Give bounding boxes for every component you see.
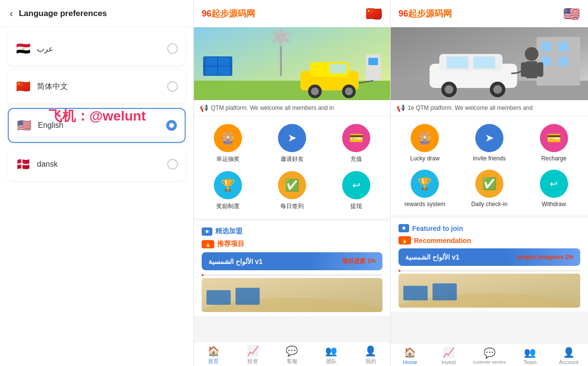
- middle-icon-invite[interactable]: ➤ 邀请好友: [262, 124, 322, 163]
- right-icon-rewards[interactable]: 🏆 rewards system: [395, 170, 455, 208]
- english-radio[interactable]: [166, 120, 177, 131]
- lang-item-chinese[interactable]: 🇨🇳 简体中文: [8, 70, 186, 103]
- lang-item-danish[interactable]: 🇩🇰 dansk: [8, 148, 186, 181]
- danish-radio[interactable]: [167, 159, 178, 170]
- back-button[interactable]: ‹: [10, 8, 13, 19]
- middle-nav-invest[interactable]: 📈 投资: [238, 345, 267, 365]
- middle-nav-mine[interactable]: 👤 我的: [356, 345, 385, 365]
- right-project-thumb: [398, 274, 580, 308]
- rec-title-text: 推荐项目: [217, 240, 244, 248]
- chinese-flag: 🇨🇳: [16, 79, 31, 94]
- left-header: ‹ Language preferences: [0, 0, 193, 27]
- right-app-panel: 96起步源码网 🇺🇸: [391, 0, 588, 366]
- right-recharge-label: Recharge: [541, 155, 567, 162]
- svg-rect-30: [558, 56, 568, 66]
- middle-icon-rewards[interactable]: 🏆 奖励制度: [198, 171, 258, 210]
- right-team-icon: 👥: [524, 347, 536, 358]
- right-invest-label: Invest: [442, 359, 456, 365]
- right-withdraw-label: Withdraw: [542, 201, 566, 208]
- middle-icon-checkin[interactable]: ✅ 每日签到: [262, 171, 322, 210]
- svg-point-39: [525, 47, 538, 61]
- right-invite-circle: ➤: [475, 124, 503, 152]
- right-invest-icon: 📈: [443, 347, 455, 358]
- middle-icon-lucky-draw[interactable]: 🎡 幸运抽奖: [198, 124, 258, 163]
- mine-icon: 👤: [364, 345, 377, 357]
- lang-item-arabic[interactable]: 🇪🇬 عرب: [8, 32, 186, 65]
- svg-point-13: [311, 87, 319, 95]
- right-bottom-nav: 🏠 Home 📈 Invest 💬 customer service 👥 Tea…: [391, 343, 588, 366]
- chinese-name: 简体中文: [37, 82, 68, 92]
- right-nav-service[interactable]: 💬 customer service: [473, 347, 506, 365]
- middle-nav-team[interactable]: 👥 团队: [317, 345, 346, 365]
- middle-project-bar-fill: [202, 274, 204, 276]
- checkin-label: 每日签到: [280, 202, 304, 210]
- right-project-name: الألواح الشمسية v1: [405, 253, 459, 261]
- invite-label: 邀请好友: [280, 155, 304, 163]
- chinese-radio[interactable]: [167, 81, 178, 92]
- english-name: English: [38, 121, 63, 130]
- middle-app-header: 96起步源码网 🇨🇳: [194, 0, 390, 27]
- middle-app-content: 📢 QTM platform. We welcome all members a…: [194, 27, 390, 342]
- svg-rect-42: [537, 62, 543, 77]
- right-team-label: Team: [523, 359, 536, 365]
- middle-project-name: الألواح الشمسية v1: [208, 258, 262, 265]
- mine-label: 我的: [365, 358, 376, 365]
- right-notice-text: 1e QTM platform. We welcome all members …: [408, 105, 533, 111]
- right-icon-invite[interactable]: ➤ invite friends: [459, 124, 520, 162]
- team-icon: 👥: [325, 345, 337, 357]
- middle-project-thumb: [202, 278, 382, 312]
- arabic-name: عرب: [37, 44, 53, 53]
- svg-rect-46: [432, 283, 457, 300]
- right-icon-recharge[interactable]: 💳 Recharge: [523, 124, 584, 162]
- svg-rect-45: [403, 286, 428, 300]
- right-rewards-label: rewards system: [404, 201, 445, 208]
- middle-icon-withdraw[interactable]: ↩ 提现: [326, 171, 386, 210]
- middle-featured-section: ★ 精选加盟 🔥 推荐项目 الألواح الشمسية v1 项目进度 1%: [194, 221, 390, 316]
- middle-nav-home[interactable]: 🏠 首页: [199, 345, 228, 365]
- middle-bottom-nav: 🏠 首页 📈 投资 💬 客服 👥 团队 👤 我的: [194, 342, 390, 366]
- svg-point-15: [345, 87, 353, 95]
- svg-rect-33: [447, 56, 468, 69]
- right-icon-checkin[interactable]: ✅ Daily check-in: [459, 170, 520, 208]
- middle-banner: [194, 27, 390, 100]
- right-project-bar-fill: [398, 270, 400, 272]
- middle-icon-recharge[interactable]: 💳 充值: [326, 124, 386, 163]
- right-checkin-circle: ✅: [475, 170, 503, 198]
- checkin-circle: ✅: [278, 171, 306, 199]
- danish-flag: 🇩🇰: [16, 157, 31, 172]
- right-icon-withdraw[interactable]: ↩ Withdraw: [523, 170, 584, 208]
- right-nav-team[interactable]: 👥 Team: [516, 347, 545, 365]
- right-service-label: customer service: [473, 360, 506, 365]
- right-checkin-label: Daily check-in: [471, 201, 508, 208]
- right-nav-account[interactable]: 👤 Account: [554, 347, 583, 365]
- middle-icon-grid: 🎡 幸运抽奖 ➤ 邀请好友 💳 充值 🏆 奖励制度 ✅ 每日签到 ↩ 提现: [194, 116, 390, 218]
- right-notice-icon: 📢: [397, 104, 405, 112]
- right-flag: 🇺🇸: [563, 5, 580, 22]
- arabic-radio[interactable]: [167, 43, 178, 54]
- svg-rect-23: [236, 288, 260, 305]
- right-account-icon: 👤: [563, 347, 575, 358]
- recharge-label: 充值: [350, 155, 362, 163]
- middle-banner-svg: [194, 27, 390, 100]
- home-icon: 🏠: [208, 345, 220, 357]
- middle-project-card[interactable]: الألواح الشمسية v1 项目进度 1%: [202, 252, 382, 270]
- lang-item-english[interactable]: 🇺🇸 English: [8, 108, 186, 143]
- service-icon: 💬: [286, 345, 298, 357]
- arabic-flag: 🇪🇬: [16, 41, 31, 56]
- svg-rect-28: [558, 42, 568, 52]
- right-banner-svg: [391, 27, 588, 100]
- lang-left-danish: 🇩🇰 dansk: [16, 157, 58, 172]
- right-nav-home[interactable]: 🏠 Home: [396, 347, 425, 365]
- right-banner: [391, 27, 588, 100]
- middle-nav-service[interactable]: 💬 客服: [277, 345, 307, 365]
- right-nav-invest[interactable]: 📈 Invest: [434, 347, 463, 365]
- withdraw-label: 提现: [350, 202, 362, 210]
- lang-left-english: 🇺🇸 English: [17, 118, 63, 133]
- svg-rect-18: [368, 58, 378, 65]
- right-icon-lucky-draw[interactable]: 🎡 Lucky draw: [395, 124, 455, 162]
- rec-badge: 🔥: [202, 240, 214, 248]
- right-app-header: 96起步源码网 🇺🇸: [391, 0, 588, 27]
- middle-notice: 📢 QTM platform. We welcome all members a…: [194, 100, 390, 116]
- language-preferences-panel: ‹ Language preferences 🇪🇬 عرب 🇨🇳 简体中文 🇺🇸…: [0, 0, 193, 366]
- right-project-card[interactable]: الألواح الشمسية v1 project progress 1%: [398, 248, 580, 266]
